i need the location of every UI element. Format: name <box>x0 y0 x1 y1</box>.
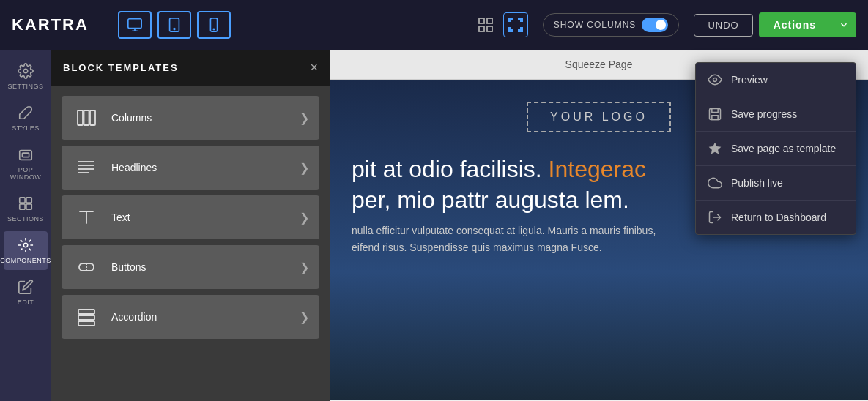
block-label-buttons: Buttons <box>101 261 300 273</box>
sidebar-item-components-label: COMPONENTS <box>0 257 51 264</box>
svg-rect-29 <box>78 310 94 314</box>
cloud-icon <box>708 176 722 190</box>
dropdown-item-save-template[interactable]: Save page as template <box>696 132 856 166</box>
show-columns-toggle[interactable]: SHOW COLUMNS <box>543 13 680 37</box>
page-tab-label: Squeeze Page <box>565 59 633 70</box>
brush-icon <box>18 105 34 121</box>
dropdown-item-preview[interactable]: Preview <box>696 63 856 97</box>
svg-rect-8 <box>487 26 492 31</box>
undo-button[interactable]: UNDO <box>694 14 752 37</box>
headline-part2: per, mio pattr augusta lem. <box>352 187 629 213</box>
block-item-buttons[interactable]: Buttons ❯ <box>62 245 319 289</box>
svg-rect-23 <box>90 110 95 125</box>
headline-part1: pit at odio facilisis. <box>352 156 549 182</box>
sidebar-item-edit-label: EDIT <box>18 299 34 306</box>
block-item-headlines[interactable]: Headlines ❯ <box>62 146 319 190</box>
text-chevron-icon: ❯ <box>300 211 309 225</box>
sections-icon <box>18 195 34 211</box>
svg-marker-11 <box>709 143 722 154</box>
desktop-view-button[interactable] <box>118 11 152 39</box>
device-icons <box>118 11 231 39</box>
frame-view-button[interactable] <box>503 12 528 37</box>
svg-rect-15 <box>22 153 29 157</box>
desktop-icon <box>127 17 143 33</box>
eye-icon <box>708 72 722 87</box>
svg-rect-14 <box>20 151 32 160</box>
grid-icon <box>477 16 494 34</box>
columns-toggle-switch[interactable] <box>642 18 668 32</box>
headlines-block-icon <box>72 153 101 182</box>
sidebar-item-pop-window[interactable]: POP WINDOW <box>4 140 48 187</box>
svg-rect-18 <box>20 204 25 209</box>
actions-chevron-button[interactable] <box>831 12 856 37</box>
svg-point-2 <box>174 29 175 30</box>
tablet-view-button[interactable] <box>157 11 191 39</box>
headlines-chevron-icon: ❯ <box>300 161 309 175</box>
star-icon <box>708 141 722 156</box>
block-item-text[interactable]: Text ❯ <box>62 195 319 239</box>
sidebar-item-sections-label: SECTIONS <box>7 215 44 222</box>
components-icon <box>18 237 34 253</box>
logo: KARTRA <box>12 15 89 34</box>
block-templates-panel: BLOCK TEMPLATES × Columns ❯ <box>51 50 330 401</box>
popup-icon <box>18 146 34 162</box>
chevron-down-icon <box>839 20 849 30</box>
edit-icon <box>18 279 34 295</box>
sidebar-item-styles[interactable]: STYLES <box>4 99 48 138</box>
svg-rect-17 <box>26 198 31 203</box>
panel-list: Columns ❯ Headlines ❯ <box>51 86 330 349</box>
svg-rect-30 <box>78 315 94 320</box>
svg-rect-16 <box>20 198 25 203</box>
logo-placeholder: YOUR LOGO <box>527 102 671 132</box>
svg-rect-5 <box>479 18 484 23</box>
mobile-icon <box>206 17 222 33</box>
dropdown-item-save-progress[interactable]: Save progress <box>696 97 856 132</box>
mobile-view-button[interactable] <box>197 11 231 39</box>
svg-rect-10 <box>710 109 721 120</box>
svg-point-4 <box>213 29 214 29</box>
grid-view-button[interactable] <box>474 12 497 37</box>
text-block-icon <box>72 203 101 232</box>
block-item-columns[interactable]: Columns ❯ <box>62 96 319 140</box>
dropdown-item-return-dashboard[interactable]: Return to Dashboard <box>696 200 856 234</box>
grid-icons <box>474 12 528 37</box>
actions-button[interactable]: Actions <box>759 12 831 37</box>
sidebar-item-settings-label: SETTINGS <box>8 83 44 90</box>
svg-point-13 <box>23 69 28 73</box>
actions-dropdown-menu: Preview Save progress Save page as templ… <box>695 62 856 235</box>
sidebar-item-settings[interactable]: SETTINGS <box>4 57 48 96</box>
dropdown-item-publish-live[interactable]: Publish live <box>696 166 856 200</box>
svg-rect-22 <box>84 110 89 125</box>
sidebar-item-sections[interactable]: SECTIONS <box>4 190 48 228</box>
accordion-chevron-icon: ❯ <box>300 310 309 324</box>
actions-group: Actions Preview Save progress <box>759 12 856 37</box>
panel-close-button[interactable]: × <box>310 60 318 75</box>
show-columns-label: SHOW COLUMNS <box>554 20 637 30</box>
tablet-icon <box>166 17 182 33</box>
headline-orange: Integerac <box>549 156 646 182</box>
buttons-chevron-icon: ❯ <box>300 261 309 274</box>
block-item-accordion[interactable]: Accordion ❯ <box>62 295 319 339</box>
svg-point-20 <box>23 243 28 247</box>
block-label-columns: Columns <box>101 112 300 124</box>
block-label-text: Text <box>101 211 300 223</box>
topbar: KARTRA <box>0 0 868 50</box>
panel-title: BLOCK TEMPLATES <box>63 62 179 73</box>
panel-header: BLOCK TEMPLATES × <box>51 50 330 86</box>
sidebar-item-styles-label: STYLES <box>12 124 40 132</box>
exit-icon <box>708 210 722 225</box>
svg-point-9 <box>713 78 717 82</box>
sidebar-item-edit[interactable]: EDIT <box>4 273 48 312</box>
svg-rect-7 <box>479 26 484 31</box>
svg-rect-6 <box>487 18 492 23</box>
svg-rect-0 <box>128 19 141 29</box>
gear-icon <box>18 63 34 79</box>
svg-rect-31 <box>78 321 94 326</box>
frame-icon <box>507 16 524 34</box>
sidebar-item-components[interactable]: COMPONENTS <box>4 231 48 270</box>
block-label-accordion: Accordion <box>101 311 300 323</box>
buttons-block-icon <box>72 252 101 282</box>
block-label-headlines: Headlines <box>101 162 300 173</box>
save-icon <box>708 107 722 121</box>
columns-block-icon <box>72 103 101 132</box>
